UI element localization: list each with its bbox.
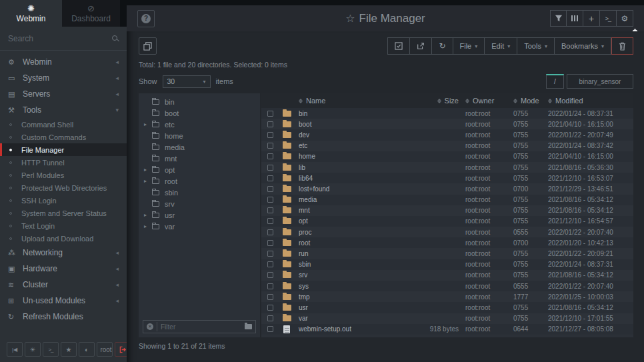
theme-button[interactable]: ☀	[25, 342, 41, 357]
search-input[interactable]	[8, 34, 111, 43]
table-row-opt[interactable]: optroot:root07552021/12/10 - 16:54:57	[261, 216, 633, 227]
table-row-lib64[interactable]: lib64root:root07552021/12/10 - 16:53:07	[261, 173, 633, 183]
favorites-button[interactable]: ★	[61, 342, 77, 357]
terminal-button[interactable]: >_	[600, 10, 617, 27]
sidebar-item-command-shell[interactable]: Command Shell	[0, 118, 127, 131]
column-header-mode[interactable]: Mode	[513, 97, 548, 105]
row-checkbox[interactable]	[267, 315, 273, 321]
bookmarks-menu-button[interactable]: Bookmarks▾	[555, 37, 611, 55]
tab-dashboard[interactable]: ⊘ Dashboard	[62, 0, 120, 27]
edit-menu-button[interactable]: Edit▾	[485, 37, 517, 55]
tree-item-opt[interactable]: ▸opt	[139, 164, 260, 175]
row-checkbox[interactable]	[267, 326, 273, 332]
sidebar-item-http-tunnel[interactable]: HTTP Tunnel	[0, 156, 127, 169]
filter-button[interactable]	[550, 10, 567, 27]
table-row-var[interactable]: varroot:root07552021/12/10 - 17:01:55	[261, 313, 633, 324]
row-checkbox[interactable]	[267, 132, 273, 138]
sidebar-item-custom-commands[interactable]: Custom Commands	[0, 131, 127, 143]
tree-item-mnt[interactable]: mnt	[139, 153, 260, 164]
sidebar-item-webmin[interactable]: ⚙Webmin◂	[0, 54, 127, 70]
select-all-button[interactable]	[387, 37, 410, 55]
path-root-button[interactable]: /	[546, 74, 564, 89]
table-row-root[interactable]: rootroot:root07002022/01/20 - 10:42:13	[261, 237, 633, 248]
row-checkbox[interactable]	[267, 153, 273, 159]
user-button[interactable]: root	[97, 342, 113, 357]
table-row-home[interactable]: homeroot:root07552021/04/10 - 16:15:00	[261, 151, 633, 162]
language-button[interactable]: ◐	[79, 342, 95, 357]
row-checkbox[interactable]	[267, 305, 273, 311]
collapse-sidebar-button[interactable]: |◀	[7, 342, 23, 357]
expand-arrow-icon[interactable]: ▸	[144, 223, 152, 229]
sidebar-item-refresh-modules[interactable]: ↻Refresh Modules	[0, 309, 127, 325]
row-checkbox[interactable]	[267, 165, 273, 171]
search-icon[interactable]	[111, 35, 119, 43]
table-row-boot[interactable]: bootroot:root07552021/04/10 - 16:15:00	[261, 119, 633, 129]
path-filter-box[interactable]: binary_sensor	[567, 74, 633, 89]
row-checkbox[interactable]	[267, 272, 273, 278]
help-button[interactable]: ?	[137, 10, 155, 27]
settings-button[interactable]: ⚙	[617, 10, 633, 27]
tree-item-bin[interactable]: bin	[139, 96, 260, 107]
row-checkbox[interactable]	[267, 294, 273, 300]
sidebar-item-networking[interactable]: ⁂Networking◂	[0, 245, 127, 261]
tree-item-root[interactable]: ▸root	[139, 175, 260, 187]
sidebar-item-file-manager[interactable]: File Manager	[0, 143, 127, 156]
tree-item-srv[interactable]: srv	[139, 198, 260, 209]
file-menu-button[interactable]: File▾	[453, 37, 485, 55]
row-checkbox[interactable]	[267, 143, 273, 149]
sidebar-item-hardware[interactable]: ▣Hardware◂	[0, 261, 127, 277]
trash-button[interactable]	[611, 37, 633, 55]
table-row-etc[interactable]: etcroot:root07552022/01/24 - 08:37:42	[261, 141, 633, 151]
table-row-webmin-setup-out[interactable]: webmin-setup.out918 bytesroot:root064420…	[261, 324, 633, 335]
sidebar-item-upload-and-download[interactable]: Upload and Download	[0, 232, 127, 245]
row-checkbox[interactable]	[267, 121, 273, 127]
table-row-srv[interactable]: srvroot:root07552021/08/16 - 05:34:12	[261, 270, 633, 281]
table-row-bin[interactable]: binroot:root07552022/01/24 - 08:37:31	[261, 108, 633, 119]
table-row-sys[interactable]: sysroot:root05552022/01/22 - 20:07:40	[261, 281, 633, 291]
table-row-dev[interactable]: devroot:root07552022/01/22 - 20:07:49	[261, 129, 633, 140]
sidebar-item-perl-modules[interactable]: Perl Modules	[0, 169, 127, 181]
sidebar-item-ssh-login[interactable]: SSH Login	[0, 194, 127, 207]
row-checkbox[interactable]	[267, 197, 273, 203]
table-row-mnt[interactable]: mntroot:root07552021/08/16 - 05:34:12	[261, 205, 633, 216]
folder-icon[interactable]	[245, 324, 252, 329]
row-checkbox[interactable]	[267, 251, 273, 257]
tree-item-boot[interactable]: boot	[139, 107, 260, 119]
page-size-select[interactable]: 30 ▾	[163, 75, 211, 88]
table-row-sbin[interactable]: sbinroot:root07552022/01/24 - 08:37:31	[261, 259, 633, 270]
tree-item-var[interactable]: ▸var	[139, 221, 260, 232]
sidebar-item-tools[interactable]: ⚒Tools▾	[0, 102, 127, 118]
row-checkbox[interactable]	[267, 175, 273, 181]
row-checkbox[interactable]	[267, 218, 273, 224]
expand-arrow-icon[interactable]: ▸	[144, 167, 152, 173]
tree-filter-input[interactable]	[157, 322, 241, 331]
clear-filter-icon[interactable]: ✕	[147, 323, 153, 330]
tree-item-sbin[interactable]: sbin	[139, 187, 260, 198]
column-header-owner[interactable]: Owner	[465, 97, 513, 105]
column-header-size[interactable]: Size	[401, 97, 465, 105]
row-checkbox[interactable]	[267, 283, 273, 289]
row-checkbox[interactable]	[267, 240, 273, 246]
share-button[interactable]	[410, 37, 432, 55]
expand-arrow-icon[interactable]: ▸	[144, 121, 152, 127]
row-checkbox[interactable]	[267, 207, 273, 213]
column-header-modified[interactable]: Modified	[548, 97, 633, 105]
tree-item-etc[interactable]: ▸etc	[139, 119, 260, 130]
table-row-usr[interactable]: usrroot:root07552021/08/16 - 05:34:12	[261, 302, 633, 313]
expand-arrow-icon[interactable]: ▸	[144, 178, 152, 184]
tab-webmin[interactable]: ✺ Webmin	[0, 0, 62, 27]
row-checkbox[interactable]	[267, 229, 273, 235]
table-row-proc[interactable]: procroot:root05552022/01/22 - 20:07:40	[261, 227, 633, 237]
row-checkbox[interactable]	[267, 186, 273, 192]
sidebar-item-system-and-server-status[interactable]: System and Server Status	[0, 207, 127, 219]
sidebar-item-system[interactable]: ▭System◂	[0, 70, 127, 86]
table-row-lost-found[interactable]: lost+foundroot:root07002021/12/29 - 13:4…	[261, 183, 633, 194]
sidebar-item-protected-web-directories[interactable]: Protected Web Directories	[0, 181, 127, 194]
new-window-button[interactable]	[139, 37, 157, 55]
sidebar-item-cluster[interactable]: ≋Cluster◂	[0, 277, 127, 293]
row-checkbox[interactable]	[267, 261, 273, 267]
table-row-tmp[interactable]: tmproot:root17772022/01/25 - 10:00:03	[261, 291, 633, 302]
shell-button[interactable]: >_	[43, 342, 59, 357]
sidebar-item-servers[interactable]: ▤Servers◂	[0, 86, 127, 102]
tools-menu-button[interactable]: Tools▾	[517, 37, 555, 55]
